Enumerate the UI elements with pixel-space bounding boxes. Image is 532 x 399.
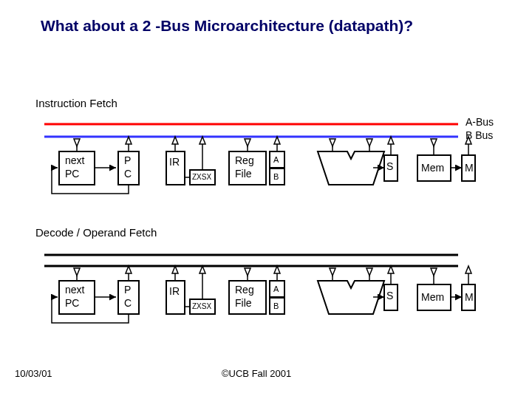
svg-text:B: B [273,301,279,310]
label-next-pc-2: PC [65,168,79,180]
label-portB: B [273,172,279,181]
svg-text:Mem: Mem [421,291,444,303]
tri-driver [431,139,437,146]
svg-text:PC: PC [65,297,79,309]
tri-driver [366,139,372,146]
label-pc-2: C [124,168,132,180]
label-mem: Mem [421,162,444,174]
footer-date: 10/03/01 [15,368,52,379]
section-decode: Decode / Operand Fetch [35,226,157,239]
svg-text:M: M [465,291,474,303]
label-zxsx: ZXSX [192,173,211,181]
svg-text:Reg: Reg [235,284,254,296]
label-regfile-1: Reg [235,154,254,166]
svg-text:ZXSX: ZXSX [192,302,211,310]
svg-text:A: A [273,284,279,293]
tri-driver [245,139,250,146]
decode-row: next PC P C IR ZXSX Reg File A B S Mem M [52,266,475,323]
svg-text:C: C [124,297,132,309]
label-pc-1: P [124,154,131,166]
svg-text:next: next [65,284,85,296]
svg-text:P: P [124,284,131,296]
section-fetch: Instruction Fetch [35,97,117,109]
bus-legend-a: A-Bus [466,116,494,128]
svg-text:IR: IR [169,285,180,297]
svg-text:S: S [386,290,393,301]
tri-driver [330,139,335,146]
label-regfile-2: File [235,168,252,180]
label-m: M [465,162,474,174]
svg-text:File: File [235,297,252,309]
label-portA: A [273,155,279,164]
label-next-pc-1: next [65,154,85,166]
tri-driver [74,139,80,146]
label-s: S [386,160,393,172]
page-title: What about a 2 -Bus Microarchitecture (d… [41,17,413,34]
footer-copyright: ©UCB Fall 2001 [222,368,291,379]
label-ir: IR [169,156,180,168]
